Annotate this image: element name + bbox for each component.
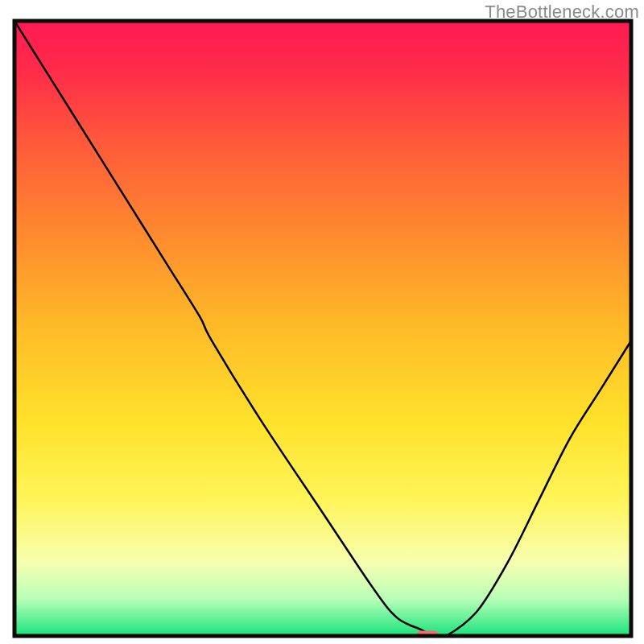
gradient-background	[14, 21, 631, 636]
plot-area	[14, 21, 631, 642]
bottleneck-chart: TheBottleneck.com	[0, 0, 644, 644]
watermark-text: TheBottleneck.com	[485, 2, 639, 23]
chart-svg	[0, 0, 644, 644]
